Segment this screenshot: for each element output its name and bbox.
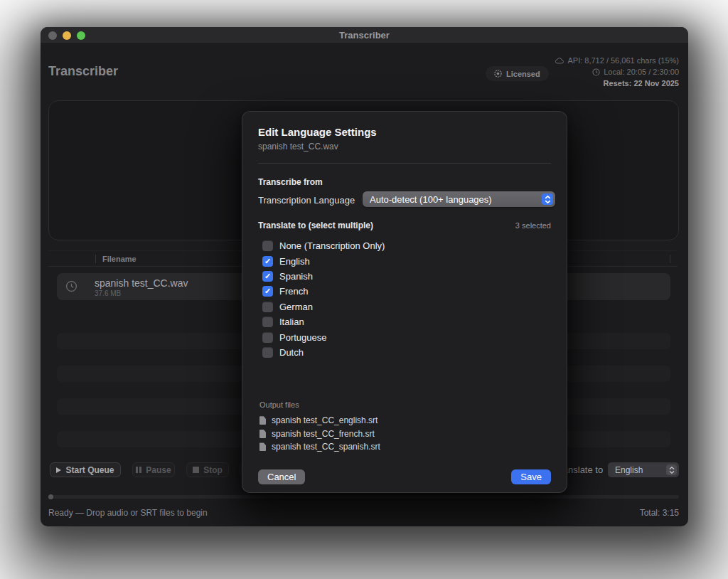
column-divider xyxy=(670,255,670,263)
language-option-label: German xyxy=(279,302,313,312)
start-queue-button[interactable]: Start Queue xyxy=(50,462,121,477)
language-option-label: None (Transcription Only) xyxy=(279,240,385,251)
page-title: Transcriber xyxy=(48,64,118,79)
dialog-subtitle: spanish test_CC.wav xyxy=(258,142,338,152)
language-checklist: ✓ None (Transcription Only) ✓ English ✓ … xyxy=(262,238,385,360)
play-icon xyxy=(56,467,61,473)
row-filesize: 37.6 MB xyxy=(95,290,121,297)
language-option-portuguese[interactable]: ✓ Portuguese xyxy=(262,329,385,344)
row-filename: spanish test_CC.wav xyxy=(95,277,188,289)
language-option-dutch[interactable]: ✓ Dutch xyxy=(262,345,385,360)
licensed-badge: Licensed xyxy=(486,66,549,81)
pause-label: Pause xyxy=(146,465,171,475)
language-option-french[interactable]: ✓ French xyxy=(262,284,385,299)
check-icon: ✓ xyxy=(264,287,271,295)
stop-icon xyxy=(193,467,199,473)
language-option-italian[interactable]: ✓ Italian xyxy=(262,314,385,329)
transcription-language-value: Auto-detect (100+ languages) xyxy=(370,194,492,205)
language-option-label: Portuguese xyxy=(279,332,327,343)
stop-button[interactable]: Stop xyxy=(186,462,229,477)
language-option-label: Dutch xyxy=(279,347,304,358)
seal-icon xyxy=(494,70,502,78)
output-file-item: spanish test_CC_english.srt xyxy=(259,414,380,427)
edit-language-settings-dialog: Edit Language Settings spanish test_CC.w… xyxy=(242,111,567,493)
translate-to-select[interactable]: English xyxy=(608,462,679,477)
output-file-item: spanish test_CC_french.srt xyxy=(259,427,380,441)
checkbox[interactable]: ✓ xyxy=(262,347,273,358)
transcription-language-select[interactable]: Auto-detect (100+ languages) xyxy=(363,191,555,207)
language-option-spanish[interactable]: ✓ Spanish xyxy=(262,269,385,284)
titlebar[interactable]: Transcriber xyxy=(41,27,688,44)
check-icon: ✓ xyxy=(264,272,271,280)
stepper-icon xyxy=(666,464,677,475)
output-file-item: spanish test_CC_spanish.srt xyxy=(259,440,380,454)
output-file-name: spanish test_CC_english.srt xyxy=(272,415,378,425)
language-option-german[interactable]: ✓ German xyxy=(262,299,385,314)
checkbox[interactable]: ✓ xyxy=(262,332,273,343)
translate-to-value: English xyxy=(615,465,643,475)
column-filename: Filename xyxy=(102,255,136,263)
document-icon xyxy=(259,416,266,425)
language-option-none[interactable]: ✓ None (Transcription Only) xyxy=(262,238,385,253)
language-option-label: Italian xyxy=(279,317,304,327)
output-files-label: Output files xyxy=(259,400,299,409)
output-files-list: spanish test_CC_english.srt spanish test… xyxy=(259,414,380,454)
queue-progress-bar xyxy=(48,495,679,499)
language-option-english[interactable]: ✓ English xyxy=(262,253,385,268)
pending-clock-icon xyxy=(65,280,77,292)
save-button[interactable]: Save xyxy=(511,469,551,484)
api-usage: API: 8,712 / 56,061 chars (15%) xyxy=(567,55,679,66)
cancel-button[interactable]: Cancel xyxy=(258,469,305,484)
stepper-icon xyxy=(542,193,553,205)
status-message: Ready — Drop audio or SRT files to begin xyxy=(48,508,208,518)
document-icon xyxy=(259,442,266,451)
column-divider xyxy=(95,255,96,263)
checkbox[interactable]: ✓ xyxy=(262,256,273,267)
resets-date: Resets: 22 Nov 2025 xyxy=(604,78,679,89)
pause-icon xyxy=(136,467,141,473)
dialog-title: Edit Language Settings xyxy=(258,126,377,138)
checkbox[interactable]: ✓ xyxy=(262,302,273,312)
translate-to-section-label: Translate to (select multiple) xyxy=(258,221,373,230)
pause-button[interactable]: Pause xyxy=(132,462,175,477)
output-file-name: spanish test_CC_french.srt xyxy=(272,429,375,439)
selected-count: 3 selected xyxy=(515,221,551,230)
transcription-language-label: Transcription Language xyxy=(258,195,355,206)
stop-label: Stop xyxy=(203,465,223,475)
language-option-label: Spanish xyxy=(279,271,313,282)
check-icon: ✓ xyxy=(264,257,271,265)
desktop: Transcriber Transcriber Licensed API: 8,… xyxy=(0,0,728,579)
document-icon xyxy=(259,430,266,438)
start-queue-label: Start Queue xyxy=(65,465,114,475)
checkbox[interactable]: ✓ xyxy=(262,286,273,297)
app-window: Transcriber Transcriber Licensed API: 8,… xyxy=(41,27,688,526)
checkbox[interactable]: ✓ xyxy=(262,240,273,251)
total-duration: Total: 3:15 xyxy=(640,508,679,518)
divider xyxy=(258,163,551,164)
window-title: Transcriber xyxy=(41,30,688,41)
output-file-name: spanish test_CC_spanish.srt xyxy=(272,442,380,452)
usage-stats: API: 8,712 / 56,061 chars (15%) Local: 2… xyxy=(555,55,679,89)
checkbox[interactable]: ✓ xyxy=(262,317,273,327)
progress-thumb xyxy=(48,494,53,499)
licensed-label: Licensed xyxy=(506,70,540,78)
language-option-label: English xyxy=(279,256,310,267)
local-usage: Local: 20:05 / 2:30:00 xyxy=(604,66,679,78)
transcribe-from-section-label: Transcribe from xyxy=(258,177,323,187)
language-option-label: French xyxy=(279,286,308,297)
checkbox[interactable]: ✓ xyxy=(262,271,273,282)
clock-icon xyxy=(592,68,600,76)
cloud-icon xyxy=(555,58,564,64)
